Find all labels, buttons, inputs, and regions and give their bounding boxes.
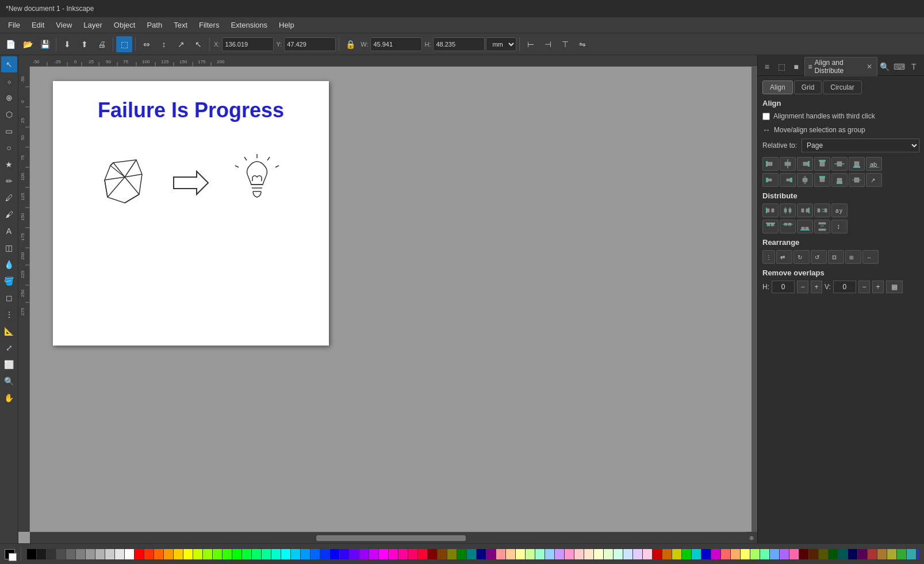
panel-key-btn[interactable]: ⌨ xyxy=(892,59,906,75)
align-center-anchors-h[interactable] xyxy=(797,173,813,187)
color-swatch[interactable] xyxy=(271,549,281,559)
color-swatch[interactable] xyxy=(526,549,535,559)
color-swatch[interactable] xyxy=(682,549,691,559)
color-swatch[interactable] xyxy=(545,549,554,559)
align-text-baseline[interactable]: ab xyxy=(866,157,882,171)
connector-tool[interactable]: ⤢ xyxy=(1,340,17,356)
color-swatch[interactable] xyxy=(47,549,56,559)
panel-text-btn[interactable]: T xyxy=(907,59,921,75)
color-swatch[interactable] xyxy=(701,549,711,559)
color-swatch[interactable] xyxy=(418,549,427,559)
menu-edit[interactable]: Edit xyxy=(26,18,50,32)
x-input[interactable] xyxy=(222,37,274,51)
rect-tool[interactable]: ▭ xyxy=(1,123,17,139)
color-swatch[interactable] xyxy=(838,549,848,559)
color-swatch[interactable] xyxy=(174,549,183,559)
canvas-area[interactable]: -50 -25 0 25 50 75 100 125 150 xyxy=(18,55,757,543)
color-swatch[interactable] xyxy=(819,549,828,559)
dist-extra[interactable]: ↕ xyxy=(831,220,848,233)
color-swatch[interactable] xyxy=(829,549,838,559)
align-right-anchors[interactable] xyxy=(780,173,796,187)
align-left-btn[interactable]: ⊢ xyxy=(523,36,539,52)
panel-tab-align-distribute[interactable]: ≡ Align and Distribute ✕ xyxy=(804,57,878,76)
color-swatch[interactable] xyxy=(780,549,789,559)
menu-view[interactable]: View xyxy=(50,18,78,32)
w-input[interactable] xyxy=(370,37,422,51)
color-swatch[interactable] xyxy=(614,549,623,559)
color-swatch[interactable] xyxy=(731,549,740,559)
menu-object[interactable]: Object xyxy=(108,18,141,32)
panel-tab-close[interactable]: ✕ xyxy=(867,63,872,71)
color-swatch[interactable] xyxy=(369,549,378,559)
color-swatch[interactable] xyxy=(516,549,525,559)
align-center-btn[interactable]: ⊣ xyxy=(540,36,556,52)
color-swatch[interactable] xyxy=(301,549,310,559)
transform-btn1[interactable]: ⇔ xyxy=(139,36,155,52)
align-extra[interactable]: ↗ xyxy=(866,173,882,187)
color-swatch[interactable] xyxy=(76,549,85,559)
panel-search-btn[interactable]: 🔍 xyxy=(877,59,891,75)
overlap-apply-btn[interactable]: ▦ xyxy=(886,281,903,293)
color-swatch[interactable] xyxy=(379,549,388,559)
color-swatch[interactable] xyxy=(86,549,95,559)
menu-help[interactable]: Help xyxy=(273,18,300,32)
panel-icon-align[interactable]: ≡ xyxy=(760,59,774,75)
color-swatch[interactable] xyxy=(408,549,417,559)
dist-baseline-text[interactable]: ay xyxy=(831,204,848,217)
color-swatch[interactable] xyxy=(711,549,720,559)
color-swatch[interactable] xyxy=(340,549,349,559)
color-swatch[interactable] xyxy=(428,549,437,559)
color-swatch[interactable] xyxy=(633,549,642,559)
color-swatch[interactable] xyxy=(164,549,173,559)
rearrange-exchange[interactable]: ⇄ xyxy=(776,250,792,264)
h-overlap-inc[interactable]: + xyxy=(811,281,822,293)
color-swatch[interactable] xyxy=(457,549,466,559)
menu-text[interactable]: Text xyxy=(168,18,193,32)
align-center-h[interactable] xyxy=(780,157,796,171)
color-swatch[interactable] xyxy=(887,549,896,559)
v-overlap-input[interactable] xyxy=(833,281,856,293)
color-swatch[interactable] xyxy=(223,549,232,559)
transform-btn2[interactable]: ↕ xyxy=(156,36,172,52)
color-swatch[interactable] xyxy=(555,549,564,559)
corner-btn[interactable]: ⊕ xyxy=(746,532,757,543)
color-swatch[interactable] xyxy=(95,549,105,559)
dist-gaps-v[interactable] xyxy=(814,220,830,233)
panel-icon-fill[interactable]: ■ xyxy=(789,59,803,75)
node-tool[interactable]: ⬦ xyxy=(1,73,17,89)
color-swatch[interactable] xyxy=(486,549,496,559)
color-swatch[interactable] xyxy=(858,549,867,559)
color-swatch[interactable] xyxy=(242,549,251,559)
fill-tool[interactable]: 🪣 xyxy=(1,273,17,289)
rearrange-rotate-cw[interactable]: ↻ xyxy=(793,250,810,264)
subtab-grid[interactable]: Grid xyxy=(794,80,822,94)
ellipse-tool[interactable]: ○ xyxy=(1,140,17,156)
menu-path[interactable]: Path xyxy=(141,18,168,32)
align-right-btn[interactable]: ⊤ xyxy=(557,36,573,52)
align-center-anchors-v[interactable] xyxy=(849,173,865,187)
color-swatch[interactable] xyxy=(37,549,46,559)
pencil-tool[interactable]: ✏ xyxy=(1,173,17,189)
color-swatch[interactable] xyxy=(692,549,701,559)
dist-left-edges[interactable] xyxy=(762,204,779,217)
color-swatch[interactable] xyxy=(154,549,163,559)
color-swatch[interactable] xyxy=(447,549,457,559)
rearrange-dots[interactable]: ⋮ xyxy=(762,250,775,264)
magnify-tool[interactable]: 🔍 xyxy=(1,373,17,389)
menu-file[interactable]: File xyxy=(2,18,26,32)
relative-to-select[interactable]: Page Drawing Selection First selected La… xyxy=(802,139,919,152)
color-swatch[interactable] xyxy=(535,549,545,559)
lock-btn[interactable]: 🔒 xyxy=(342,36,358,52)
horizontal-scrollbar[interactable] xyxy=(30,532,752,543)
canvas-content[interactable]: Failure Is Progress xyxy=(30,67,752,532)
rearrange-grid[interactable]: ⊞ xyxy=(845,250,861,264)
new-btn[interactable]: 📄 xyxy=(2,36,18,52)
color-swatch[interactable] xyxy=(27,549,36,559)
export-btn[interactable]: ⬆ xyxy=(76,36,93,52)
color-swatch[interactable] xyxy=(770,549,779,559)
color-swatch[interactable] xyxy=(262,549,271,559)
color-swatch[interactable] xyxy=(907,549,916,559)
transform-btn4[interactable]: ↖ xyxy=(190,36,206,52)
color-swatch[interactable] xyxy=(760,549,769,559)
unit-select[interactable]: mm px cm in xyxy=(486,37,516,51)
